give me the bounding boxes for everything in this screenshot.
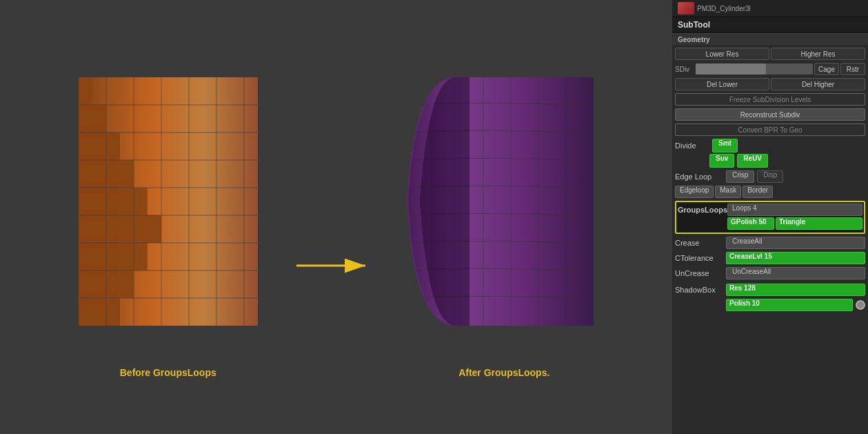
groupsloops-section: GroupsLoops Loops 4 GPolish 50 Triangle [675,201,865,234]
higher-res-button[interactable]: Higher Res [771,48,865,60]
before-mesh-container: Before GroupsLoops [37,57,299,378]
polish-button[interactable]: Polish 10 [726,299,853,311]
edge-loop-row: Edge Loop Crisp Disp [672,169,868,184]
sdiv-label: SDiv [675,66,694,73]
canvas-area: Before GroupsLoops [0,0,672,434]
shadowbox-row: ShadowBox Res 128 [672,281,868,297]
smt-button[interactable]: Smt [712,139,738,152]
del-row: Del Lower Del Higher [672,77,868,92]
divide-row: Divide Smt [672,137,868,154]
convert-bpr-button[interactable]: Convert BPR To Geo [675,124,865,136]
reuv-button[interactable]: ReUV [737,154,768,168]
groupsloops-bottom-row: GPolish 50 Triangle [678,217,862,230]
crease-row: Crease CreaseAll [672,235,868,250]
suv-button[interactable]: Suv [709,154,734,168]
polish-row: Polish 10 [672,297,868,313]
before-label: Before GroupsLoops [120,367,216,378]
edgeloop-mask-row: Edgeloop Mask Border [672,184,868,199]
sdiv-row: SDiv Cage Rstr [672,61,868,77]
res-row: Lower Res Higher Res [672,46,868,61]
pm3d-thumbnail [678,2,694,14]
mask-button[interactable]: Mask [715,186,741,198]
border-button[interactable]: Border [743,186,773,198]
groupsloops-label[interactable]: GroupsLoops [678,206,726,214]
loops-button[interactable]: Loops 4 [727,204,862,216]
res-button[interactable]: Res 128 [726,284,865,296]
divide-label: Divide [675,141,709,150]
before-mesh-svg [37,57,299,353]
subtool-header: SubTool [672,17,868,33]
creaselvl-button[interactable]: CreaseLvl 15 [726,252,865,264]
cage-button[interactable]: Cage [814,63,839,75]
after-mesh-svg [373,57,635,353]
gpolish-button[interactable]: GPolish 50 [727,217,774,230]
ctolerance-label: CTolerance [675,254,723,262]
sdiv-slider-fill [696,63,766,75]
lower-res-button[interactable]: Lower Res [675,48,769,60]
crease-label: Crease [675,239,723,247]
shadowbox-label: ShadowBox [675,286,723,294]
right-sidebar: PM3D_Cylinder3l SubTool Geometry Lower R… [672,0,868,434]
subtool-title: SubTool [678,20,710,30]
uncreaseall-button[interactable]: UnCreaseAll [726,267,865,279]
ctolerance-row: CTolerance CreaseLvl 15 [672,250,868,266]
geometry-section-label: Geometry [672,33,868,46]
creaseall-button[interactable]: CreaseAll [726,237,865,249]
groupsloops-top-row: GroupsLoops Loops 4 [678,204,862,216]
pm3d-name: PM3D_Cylinder3l [697,5,751,12]
circle-indicator [856,300,865,310]
rstr-button[interactable]: Rstr [840,63,865,75]
del-higher-button[interactable]: Del Higher [771,78,865,90]
uncrease-label: UnCrease [675,269,723,277]
edge-loop-label: Edge Loop [675,172,723,181]
uncrease-row: UnCrease UnCreaseAll [672,266,868,281]
del-lower-button[interactable]: Del Lower [675,78,769,90]
pm3d-bar: PM3D_Cylinder3l [672,0,868,17]
reconstruct-button[interactable]: Reconstruct Subdiv [675,108,865,121]
freeze-button[interactable]: Freeze SubDivision Levels [675,93,865,106]
divide-sub-row: Suv ReUV [672,154,868,169]
sdiv-slider[interactable] [696,63,813,75]
edgeloop-button[interactable]: Edgeloop [675,186,714,198]
triangle-button[interactable]: Triangle [776,217,862,230]
after-mesh-container: After GroupsLoops. [373,57,635,378]
after-label: After GroupsLoops. [458,367,549,378]
crisp-button[interactable]: Crisp [726,170,754,183]
direction-arrow [296,248,379,283]
disp-button[interactable]: Disp [757,170,783,183]
